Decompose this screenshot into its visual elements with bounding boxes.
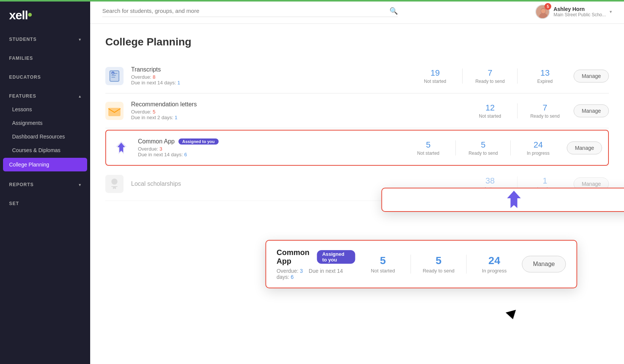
commonapp-overdue-label: Overdue: [138,146,158,152]
transcripts-subtitle: Overdue: 8 Due in next 14 days: 1 [131,74,412,86]
tooltip-overdue-label: Overdue: [277,268,299,274]
sidebar-item-courses-diplomas[interactable]: Courses & Diplomas [0,143,90,157]
scholarships-active-value: 38 [475,176,505,186]
tooltip-in-progress-value: 24 [477,255,511,267]
transcripts-title: Transcripts [131,66,412,73]
commonapp-stat-ready: 5 Ready to send [468,140,498,156]
recommendation-title: Recommendation letters [131,101,467,108]
tooltip-commonapp-icon [382,188,624,212]
user-info: Ashley Horn Main Street Public Scho... [554,6,606,17]
sidebar-set-header[interactable]: SET [0,197,90,210]
recommendation-due-count: 1 [175,115,177,120]
recommendation-manage-button[interactable]: Manage [574,104,609,117]
scholarships-inactive-value: 1 [530,176,560,186]
search-input[interactable] [102,8,386,14]
sidebar-section-features: FEATURES ▴ Lessons Assignments Dashboard… [0,87,90,175]
tooltip-stat-ready: 5 Ready to send [422,255,456,274]
recommendation-overdue-count: 5 [153,109,155,115]
logo: xell [0,2,90,30]
transcripts-manage-button[interactable]: Manage [574,70,609,82]
tooltip-commonapp-title: Common App Assigned to you [277,248,355,266]
commonapp-in-progress-label: In progress [523,151,553,156]
tooltip-overdue-count: 3 [300,268,303,274]
sidebar-students-header[interactable]: STUDENTS ▾ [0,33,90,46]
recommendation-info: Recommendation letters Overdue: 5 Due in… [131,101,467,120]
recommendation-not-started-label: Not started [475,114,505,119]
scholarship-icon [105,175,124,193]
svg-rect-8 [111,77,115,78]
transcripts-stat-ready: 7 Ready to send [475,68,505,84]
recommendation-stats: 12 Not started 7 Ready to send [475,103,560,119]
sidebar-families-header[interactable]: FAMILIES [0,52,90,65]
recommendation-ready-label: Ready to send [530,114,560,119]
tooltip-manage-button[interactable]: Manage [522,256,566,272]
sidebar-item-dashboard-resources[interactable]: Dashboard Resources [0,130,90,143]
commonapp-ready-value: 5 [468,140,498,150]
common-app-tooltip: Common App Assigned to you Overdue: 3 Du… [265,240,577,288]
recommendation-subtitle: Overdue: 5 Due in next 2 days: 1 [131,109,467,120]
sidebar-item-lessons[interactable]: Lessons [0,103,90,116]
commonapp-title: Common App Assigned to you [138,138,405,145]
commonapp-subtitle: Overdue: 3 Due in next 14 days: 6 [138,146,405,157]
sidebar-features-label: FEATURES [9,93,36,99]
svg-rect-13 [111,186,117,187]
page-title: College Planning [105,36,609,48]
tooltip-due-count: 6 [291,274,294,280]
transcripts-icon: A [105,67,124,85]
logo-dot [28,13,32,17]
scholarships-info: Local scholarships [131,180,467,187]
tooltip-divider-1 [411,255,411,274]
tooltip-commonapp-info: Common App Assigned to you Overdue: 3 Du… [277,248,355,280]
sidebar-families-label: FAMILIES [9,56,33,61]
tooltip-stat-not-started: 5 Not started [366,255,400,274]
commonapp-in-progress-value: 24 [523,140,553,150]
search-bar: 🔍 [102,7,398,17]
commonapp-due-count: 6 [184,152,187,157]
scholarships-title: Local scholarships [131,180,467,187]
svg-rect-4 [110,71,119,81]
sidebar-section-families: FAMILIES [0,49,90,68]
divider [517,103,518,118]
sidebar-item-assignments[interactable]: Assignments [0,116,90,130]
tooltip-stat-in-progress: 24 In progress [477,255,511,274]
transcripts-due-count: 1 [177,80,180,86]
transcripts-ready-value: 7 [475,68,505,78]
recommendation-overdue-label: Overdue: [131,109,151,115]
avatar-wrap: 5 [535,5,550,19]
sidebar-item-college-planning[interactable]: College Planning [3,158,87,171]
commonapp-icon [112,139,130,157]
divider [517,68,518,84]
sidebar-section-students: STUDENTS ▾ [0,30,90,49]
commonapp-manage-button[interactable]: Manage [567,142,602,154]
sidebar-educators-header[interactable]: EDUCATORS [0,71,90,84]
svg-point-3 [541,9,546,13]
recommendation-stat-ready: 7 Ready to send [530,103,560,119]
header: 🔍 5 Ashley Horn Main Street Public Scho. [90,0,624,24]
svg-point-12 [111,179,117,185]
tooltip-ready-label: Ready to send [422,268,456,274]
recommendation-stat-not-started: 12 Not started [475,103,505,119]
sidebar-features-header[interactable]: FEATURES ▴ [0,90,90,103]
divider [462,68,463,84]
main-content: 🔍 5 Ashley Horn Main Street Public Scho. [90,0,624,364]
transcripts-not-started-label: Not started [420,79,450,84]
svg-rect-7 [111,75,116,76]
transcripts-expired-label: Expired [530,79,560,84]
sidebar-educators-label: EDUCATORS [9,75,41,80]
user-name: Ashley Horn [554,6,606,12]
transcripts-due-label: Due in next 14 days: [131,80,176,86]
transcripts-stats: 19 Not started 7 Ready to send 13 Expire… [420,68,560,84]
chevron-up-icon: ▴ [79,94,81,98]
sidebar-reports-label: REPORTS [9,182,34,187]
recommendation-due-label: Due in next 2 days: [131,115,173,120]
tooltip-not-started-value: 5 [366,255,400,267]
user-dropdown-arrow: ▾ [610,9,612,14]
sidebar-section-set: SET [0,194,90,213]
sidebar-reports-header[interactable]: REPORTS ▾ [0,178,90,191]
user-menu[interactable]: 5 Ashley Horn Main Street Public Scho...… [535,5,612,19]
transcripts-stat-not-started: 19 Not started [420,68,450,84]
recommendation-ready-value: 7 [530,103,560,113]
commonapp-stats: 5 Not started 5 Ready to send 24 In prog… [413,140,553,156]
svg-text:A: A [112,72,114,75]
commonapp-due-label: Due in next 14 days: [138,152,183,157]
